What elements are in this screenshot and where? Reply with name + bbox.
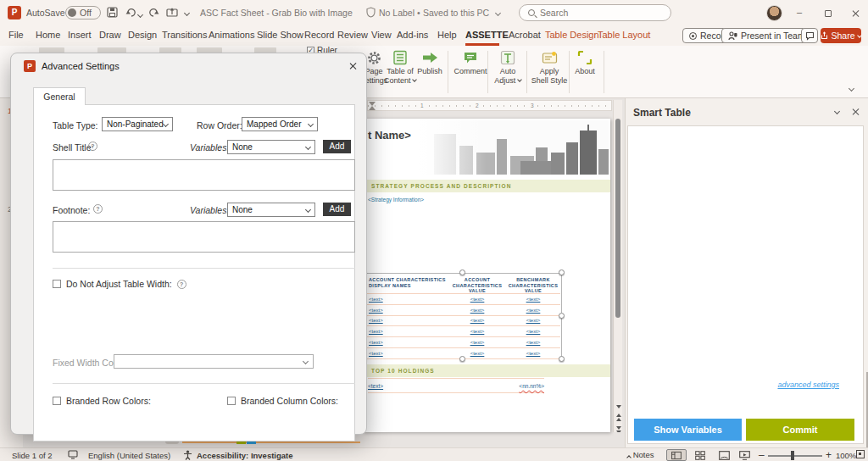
slide-sorter-view-button[interactable] xyxy=(690,449,710,461)
help-icon[interactable]: ? xyxy=(88,142,97,151)
tab-table-layout[interactable]: Table Layout xyxy=(598,30,650,40)
table-type-select[interactable]: Non-Paginated xyxy=(102,117,173,131)
save-button[interactable] xyxy=(107,7,118,19)
tab-assette[interactable]: ASSETTE xyxy=(465,30,509,40)
fixed-width-columns-combobox[interactable] xyxy=(114,354,314,369)
accessibility-status[interactable]: Accessibility: Investigate xyxy=(197,451,293,460)
fit-to-window-button[interactable] xyxy=(856,450,865,460)
branded-row-colors-checkbox[interactable]: Branded Row Colors: xyxy=(53,396,151,406)
slide-indicator[interactable]: Slide 1 of 2 xyxy=(12,451,53,460)
zoom-in-button[interactable]: + xyxy=(826,449,832,461)
selection-handle[interactable] xyxy=(459,356,465,362)
close-button[interactable] xyxy=(849,8,861,20)
sensitivity-label[interactable]: No Label xyxy=(379,8,415,18)
slideshow-view-button[interactable] xyxy=(734,449,754,461)
display-settings-icon[interactable] xyxy=(68,450,78,461)
characteristics-table[interactable]: ACCOUNT CHARACTERISTICS DISPLAY NAMES AC… xyxy=(367,275,560,359)
section-heading-band[interactable]: TOP 10 HOLDINGS xyxy=(363,364,610,377)
zoom-slider-thumb[interactable] xyxy=(791,451,794,460)
table-header-row: ACCOUNT CHARACTERISTICS DISPLAY NAMES AC… xyxy=(367,275,560,294)
section-heading-band[interactable]: STRATEGY PROCESS AND DESCRIPTION xyxy=(363,180,610,192)
selection-handle[interactable] xyxy=(559,269,565,275)
tab-add-ins[interactable]: Add-ins xyxy=(397,30,428,40)
branded-column-colors-checkbox[interactable]: Branded Column Colors: xyxy=(227,396,338,406)
tab-insert[interactable]: Insert xyxy=(68,30,92,40)
pane-collapse-chevron[interactable] xyxy=(834,108,840,114)
selection-handle[interactable] xyxy=(559,313,565,319)
previous-slide-button[interactable] xyxy=(616,414,621,421)
undo-button[interactable] xyxy=(125,7,136,19)
holdings-row[interactable]: <text> <nn.nn%> xyxy=(368,378,544,393)
shell-title-variables-select[interactable]: None xyxy=(227,140,315,154)
row-order-select[interactable]: Mapped Order xyxy=(242,117,318,131)
save-status[interactable]: Saved to this PC xyxy=(423,8,489,18)
smart-table-pane: Smart Table advanced settings Show Varia… xyxy=(625,98,868,447)
share-button[interactable]: Share xyxy=(821,28,861,43)
publish-button[interactable]: Publish xyxy=(412,48,448,96)
comment-button[interactable]: Comment xyxy=(449,48,492,96)
search-box[interactable]: Search xyxy=(519,4,671,21)
tab-record[interactable]: Record xyxy=(304,30,334,40)
about-button[interactable]: About xyxy=(564,48,606,96)
tab-transitions[interactable]: Transitions xyxy=(162,30,207,40)
city-skyline-image[interactable] xyxy=(419,120,609,175)
shell-title-add-button[interactable]: Add xyxy=(323,140,351,153)
normal-view-button[interactable] xyxy=(666,449,687,461)
tab-help[interactable]: Help xyxy=(437,30,457,40)
collapse-ribbon-chevron[interactable] xyxy=(849,86,854,92)
footnote-input[interactable] xyxy=(53,221,355,253)
help-icon[interactable]: ? xyxy=(93,204,103,214)
tab-slide-show[interactable]: Slide Show xyxy=(257,30,303,40)
footnote-add-button[interactable]: Add xyxy=(323,203,351,216)
tab-review[interactable]: Review xyxy=(337,30,368,40)
redo-button[interactable] xyxy=(148,7,159,19)
pane-title: Smart Table xyxy=(633,107,691,119)
tab-animations[interactable]: Animations xyxy=(209,30,254,40)
tab-view[interactable]: View xyxy=(371,30,392,40)
notes-button[interactable]: Notes xyxy=(627,450,654,459)
ribbon-separator xyxy=(448,51,448,93)
tab-design[interactable]: Design xyxy=(128,30,157,40)
scroll-down-icon[interactable] xyxy=(616,405,621,408)
tab-table-design[interactable]: Table Design xyxy=(545,30,599,40)
zoom-out-button[interactable]: – xyxy=(759,449,765,461)
tab-file[interactable]: File xyxy=(8,30,24,40)
shell-title-input[interactable] xyxy=(53,159,355,191)
do-not-adjust-checkbox[interactable]: Do Not Adjust Table Width: ? xyxy=(53,279,186,289)
show-variables-button[interactable]: Show Variables xyxy=(634,419,742,441)
commit-button[interactable]: Commit xyxy=(746,419,854,441)
chevron-down-icon xyxy=(303,358,309,364)
avatar[interactable] xyxy=(766,5,782,21)
autosave-toggle[interactable]: Off xyxy=(65,6,101,19)
minimize-button[interactable]: – xyxy=(793,7,805,19)
selection-handle[interactable] xyxy=(559,356,565,362)
tab-home[interactable]: Home xyxy=(36,30,60,40)
toggle-knob-icon xyxy=(68,8,76,17)
tab-general[interactable]: General xyxy=(33,87,86,105)
zoom-slider-track[interactable] xyxy=(768,455,822,457)
reading-view-button[interactable] xyxy=(714,449,734,461)
auto-adjust-button[interactable]: Auto Adjust xyxy=(489,48,526,96)
tab-draw[interactable]: Draw xyxy=(99,30,121,40)
footnote-variables-select[interactable]: None xyxy=(227,203,315,217)
strategy-info-placeholder[interactable]: <Strategy Information> xyxy=(368,197,424,203)
slide-canvas[interactable]: t Name> STRATEGY PROCESS AN xyxy=(363,119,610,432)
customize-toolbar-chevron[interactable] xyxy=(184,10,190,16)
tab-acrobat[interactable]: Acrobat xyxy=(509,30,541,40)
help-icon[interactable]: ? xyxy=(177,280,186,289)
language-indicator[interactable]: English (United States) xyxy=(88,451,170,460)
save-status-chevron[interactable] xyxy=(495,10,501,16)
zoom-level[interactable]: 100% xyxy=(836,451,856,460)
slide-scrollbar[interactable] xyxy=(613,100,622,447)
pane-close-icon[interactable] xyxy=(852,108,860,115)
maximize-button[interactable] xyxy=(822,8,834,20)
advanced-settings-link[interactable]: advanced settings xyxy=(777,380,839,389)
dialog-close-icon[interactable] xyxy=(349,62,357,69)
present-button[interactable] xyxy=(166,7,178,19)
table-row: <text><text><text> xyxy=(367,326,560,337)
selection-handle[interactable] xyxy=(459,269,465,275)
comments-button[interactable] xyxy=(801,28,818,43)
scrollbar-thumb[interactable] xyxy=(615,119,620,318)
slide-title-placeholder[interactable]: t Name> xyxy=(368,129,411,142)
undo-dropdown-chevron[interactable] xyxy=(137,12,143,18)
